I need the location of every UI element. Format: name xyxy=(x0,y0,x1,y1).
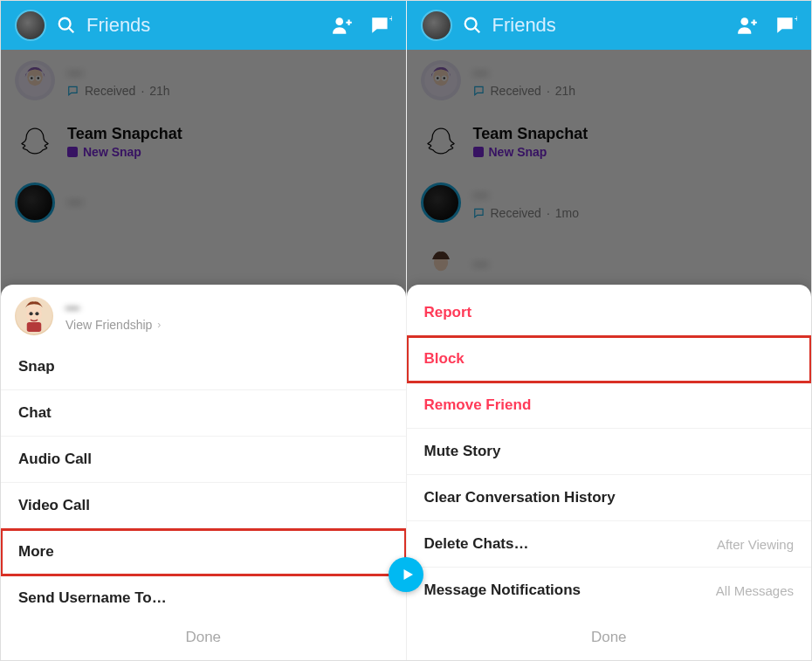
action-sheet-more: Report Block Remove Friend Mute Story Cl… xyxy=(407,285,812,660)
friend-name: Team Snapchat xyxy=(67,125,392,143)
svg-point-9 xyxy=(38,77,40,79)
svg-rect-14 xyxy=(27,322,42,332)
svg-point-13 xyxy=(35,312,38,315)
friend-status: Received·1mo xyxy=(473,206,798,220)
left-panel: Friends + — Received xyxy=(1,1,407,660)
option-message-notifications[interactable]: Message Notifications All Messages xyxy=(407,568,812,613)
friend-avatar xyxy=(421,244,461,284)
right-panel: Friends + — Received·21h xyxy=(407,1,812,660)
friend-status: Received·21h xyxy=(473,84,798,98)
friend-avatar xyxy=(15,182,55,223)
header-title: Friends xyxy=(492,14,737,37)
option-block[interactable]: Block xyxy=(407,336,812,382)
action-sheet: — View Friendship› Snap Chat Audio Call … xyxy=(1,285,406,660)
snap-indicator-icon xyxy=(67,147,78,157)
svg-point-23 xyxy=(437,77,439,79)
friend-status: New Snap xyxy=(473,145,798,159)
option-video-call[interactable]: Video Call xyxy=(1,483,406,529)
option-audio-call[interactable]: Audio Call xyxy=(1,437,406,483)
friend-name: — xyxy=(473,255,798,273)
add-friend-icon[interactable] xyxy=(331,14,354,37)
svg-point-0 xyxy=(59,18,71,30)
friend-avatar xyxy=(421,182,461,223)
option-trailing: All Messages xyxy=(716,583,794,598)
header-bar: Friends + xyxy=(1,1,406,50)
header-bar: Friends + xyxy=(407,1,812,50)
chevron-right-icon: › xyxy=(157,319,161,331)
profile-avatar[interactable] xyxy=(421,10,452,41)
option-send-username[interactable]: Send Username To… xyxy=(1,575,406,616)
option-mute-story[interactable]: Mute Story xyxy=(407,429,812,475)
sheet-header[interactable]: — View Friendship› xyxy=(1,285,406,344)
friend-row[interactable]: — xyxy=(1,172,406,233)
friend-name: Team Snapchat xyxy=(473,125,798,143)
option-chat[interactable]: Chat xyxy=(1,390,406,437)
friend-row[interactable]: Team Snapchat New Snap xyxy=(1,111,406,172)
svg-point-24 xyxy=(443,77,445,79)
svg-line-16 xyxy=(474,28,479,33)
friend-name: — xyxy=(473,64,798,82)
done-button[interactable]: Done xyxy=(1,616,406,660)
svg-point-2 xyxy=(335,17,343,25)
friend-name: — xyxy=(67,193,392,211)
friend-name: — xyxy=(473,186,798,204)
svg-point-17 xyxy=(740,17,748,25)
new-chat-icon[interactable]: + xyxy=(369,14,392,37)
option-more[interactable]: More xyxy=(1,529,406,575)
svg-point-8 xyxy=(31,77,33,79)
svg-text:+: + xyxy=(795,14,797,24)
play-icon[interactable] xyxy=(389,557,423,592)
friend-row[interactable]: — Received·1mo xyxy=(407,172,812,233)
done-button[interactable]: Done xyxy=(407,616,812,660)
friend-status: New Snap xyxy=(67,145,392,159)
option-snap[interactable]: Snap xyxy=(1,344,406,390)
friend-avatar xyxy=(15,121,55,162)
sheet-user-name: — xyxy=(65,300,161,316)
friend-avatar xyxy=(421,60,461,100)
search-icon[interactable] xyxy=(57,16,76,35)
friend-row[interactable]: Team Snapchat New Snap xyxy=(407,111,812,172)
option-delete-chats[interactable]: Delete Chats… After Viewing xyxy=(407,521,812,568)
svg-point-11 xyxy=(26,305,42,323)
option-trailing: After Viewing xyxy=(717,537,794,552)
sheet-avatar xyxy=(15,297,53,335)
option-report[interactable]: Report xyxy=(407,290,812,336)
new-chat-icon[interactable]: + xyxy=(774,14,797,37)
option-remove-friend[interactable]: Remove Friend xyxy=(407,382,812,429)
svg-point-15 xyxy=(464,18,476,30)
header-title: Friends xyxy=(86,14,331,37)
snap-indicator-icon xyxy=(473,147,484,157)
friend-row[interactable]: — xyxy=(407,233,812,284)
profile-avatar[interactable] xyxy=(15,10,46,41)
search-icon[interactable] xyxy=(463,16,482,35)
svg-point-12 xyxy=(30,312,33,315)
friend-name: — xyxy=(67,64,392,82)
svg-line-1 xyxy=(69,28,74,33)
svg-text:+: + xyxy=(389,14,391,24)
friend-avatar xyxy=(421,121,461,162)
friend-row[interactable]: — Received·21h xyxy=(407,50,812,111)
add-friend-icon[interactable] xyxy=(736,14,759,37)
friend-row[interactable]: — Received · 21h xyxy=(1,50,406,111)
option-clear-history[interactable]: Clear Conversation History xyxy=(407,475,812,521)
view-friendship-link[interactable]: View Friendship› xyxy=(65,318,161,332)
friend-status: Received · 21h xyxy=(67,84,392,98)
friend-avatar xyxy=(15,60,55,100)
